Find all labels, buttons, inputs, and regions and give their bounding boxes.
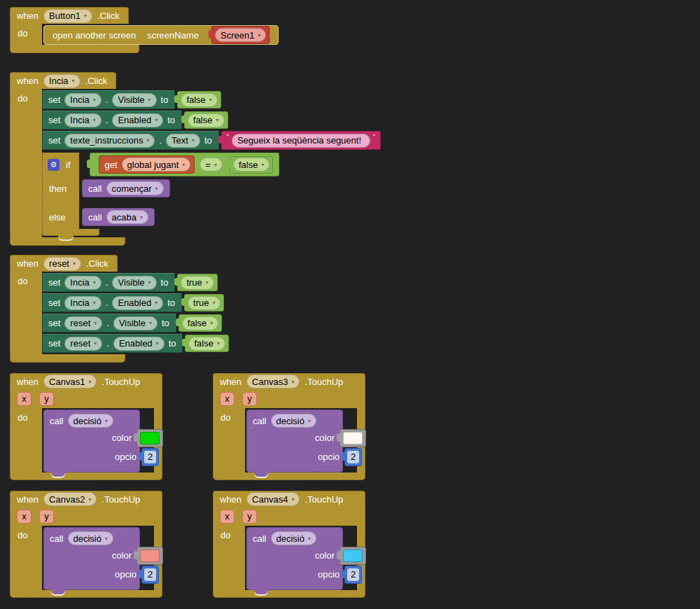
screen-name-block[interactable]: Screen1 (211, 26, 270, 44)
screen-name-dropdown[interactable]: Screen1 (215, 28, 266, 42)
event-block-header[interactable]: when reset .Click (10, 255, 118, 272)
logic-value-block[interactable]: false (185, 335, 228, 352)
equals-comparison-block[interactable]: get global jugant = false (90, 153, 280, 176)
color-block[interactable] (136, 547, 163, 565)
component-dropdown[interactable]: reset (64, 337, 102, 351)
set-row[interactable]: set reset . Enabled to false (42, 334, 229, 353)
color-swatch[interactable] (140, 432, 160, 444)
component-dropdown[interactable]: Incia (64, 93, 101, 107)
property-dropdown[interactable]: Enabled (112, 296, 163, 310)
when-incia-click-block[interactable]: when Incia .Click do set Incia . Visible… (10, 72, 381, 246)
event-block-header[interactable]: when Button1 .Click (10, 7, 129, 24)
when-canvas2-touchup-block[interactable]: when Canvas2 .TouchUp x y do call decisi… (10, 491, 162, 598)
property-dropdown[interactable]: Visible (112, 276, 156, 290)
procedure-dropdown[interactable]: decisió (271, 414, 316, 428)
param-y-chip[interactable]: y (39, 392, 54, 406)
set-row[interactable]: set reset . Visible to false (42, 314, 229, 332)
when-button1-click-block[interactable]: when Button1 .Click do open another scre… (10, 7, 279, 53)
color-block[interactable] (136, 429, 163, 447)
logic-value-dropdown[interactable]: false (188, 337, 225, 351)
procedure-dropdown[interactable]: començar (106, 181, 164, 195)
param-y-chip[interactable]: y (242, 510, 257, 524)
component-dropdown[interactable]: Incia (64, 276, 101, 290)
call-decisio-block[interactable]: call decisió color opcio 2 (246, 527, 343, 590)
get-variable-block[interactable]: get global jugant (99, 155, 195, 174)
if-then-else-block[interactable]: if get global jugant = false then (42, 153, 279, 236)
call-decisio-block[interactable]: call decisió color opcio 2 (43, 410, 140, 472)
param-x-chip[interactable]: x (220, 392, 234, 406)
color-swatch[interactable] (140, 550, 160, 562)
property-dropdown[interactable]: Visible (113, 316, 158, 330)
event-block-header[interactable]: when Canvas4 .TouchUp (213, 491, 365, 507)
set-row[interactable]: set Incia . Visible to true (42, 273, 229, 292)
number-field[interactable]: 2 (347, 568, 359, 581)
call-comencar-block[interactable]: call començar (82, 179, 170, 197)
text-string-block[interactable]: " Segueix la seqüència seguent! " (221, 131, 381, 150)
color-swatch[interactable] (343, 550, 363, 562)
number-block[interactable]: 2 (141, 566, 159, 584)
variable-dropdown[interactable]: global jugant (122, 158, 191, 172)
set-reset-enabled-block[interactable]: set reset . Enabled to (42, 334, 183, 353)
component-dropdown[interactable]: reset (64, 316, 102, 330)
param-x-chip[interactable]: x (220, 510, 234, 524)
procedure-dropdown[interactable]: decisió (271, 531, 316, 545)
set-incia-enabled-block[interactable]: set Incia . Enabled to (42, 111, 182, 130)
when-canvas3-touchup-block[interactable]: when Canvas3 .TouchUp x y do call decisi… (213, 373, 365, 480)
logic-value-block[interactable]: false (184, 111, 227, 129)
logic-value-dropdown[interactable]: false (188, 113, 224, 127)
event-block-header[interactable]: when Canvas3 .TouchUp (213, 373, 365, 389)
param-y-chip[interactable]: y (242, 392, 257, 406)
procedure-dropdown[interactable]: decisió (68, 531, 113, 545)
open-another-screen-block[interactable]: open another screen screenName Screen1 (43, 25, 279, 45)
property-dropdown[interactable]: Visible (112, 93, 156, 107)
event-block-header[interactable]: when Canvas1 .TouchUp (10, 373, 162, 389)
when-reset-click-block[interactable]: when reset .Click do set Incia . Visible… (10, 255, 229, 363)
component-dropdown-reset[interactable]: reset (43, 257, 81, 271)
set-incia-visible-block[interactable]: set Incia . Visible to (42, 90, 175, 109)
component-dropdown-canvas4[interactable]: Canvas4 (246, 492, 300, 506)
call-decisio-block[interactable]: call decisió color opcio 2 (246, 410, 343, 472)
procedure-dropdown[interactable]: decisió (68, 414, 113, 428)
logic-value-dropdown[interactable]: false (233, 158, 270, 172)
component-dropdown-canvas3[interactable]: Canvas3 (246, 374, 300, 388)
set-row[interactable]: set Incia . Visible to false (42, 90, 381, 109)
logic-value-dropdown[interactable]: false (181, 93, 217, 107)
number-field[interactable]: 2 (144, 568, 156, 581)
operator-dropdown[interactable]: = (200, 158, 223, 172)
property-dropdown[interactable]: Text (166, 134, 200, 148)
param-x-chip[interactable]: x (17, 510, 31, 524)
set-incia-visible-block[interactable]: set Incia . Visible to (42, 273, 175, 292)
number-block[interactable]: 2 (344, 448, 362, 466)
logic-value-block[interactable]: true (177, 274, 217, 291)
event-block-header[interactable]: when Incia .Click (10, 72, 116, 89)
component-dropdown[interactable]: Incia (64, 113, 101, 127)
number-field[interactable]: 2 (144, 451, 156, 463)
color-block[interactable] (340, 429, 366, 447)
property-dropdown[interactable]: Enabled (112, 113, 163, 127)
number-block[interactable]: 2 (141, 448, 159, 466)
procedure-dropdown[interactable]: acaba (106, 210, 148, 224)
set-text-block[interactable]: set texte_instruccions . Text to (42, 131, 219, 150)
logic-value-dropdown[interactable]: true (181, 276, 214, 290)
mutator-gear-icon[interactable] (48, 159, 59, 171)
component-dropdown-incia[interactable]: Incia (43, 74, 80, 88)
set-incia-enabled-block[interactable]: set Incia . Enabled to (42, 293, 182, 312)
param-x-chip[interactable]: x (17, 392, 31, 406)
set-row[interactable]: set texte_instruccions . Text to " Segue… (42, 131, 381, 150)
when-canvas4-touchup-block[interactable]: when Canvas4 .TouchUp x y do call decisi… (213, 491, 365, 598)
component-dropdown-canvas1[interactable]: Canvas1 (43, 374, 97, 388)
component-dropdown-button1[interactable]: Button1 (43, 9, 92, 23)
param-y-chip[interactable]: y (39, 510, 54, 524)
logic-value-block[interactable]: false (178, 314, 222, 332)
component-dropdown-canvas2[interactable]: Canvas2 (43, 492, 97, 506)
color-swatch[interactable] (343, 432, 363, 444)
logic-value-block[interactable]: true (184, 294, 224, 312)
logic-value-dropdown[interactable]: false (182, 316, 218, 330)
set-row[interactable]: set Incia . Enabled to false (42, 111, 381, 130)
logic-value-block[interactable]: false (230, 156, 273, 174)
color-block[interactable] (340, 547, 366, 565)
call-decisio-block[interactable]: call decisió color opcio 2 (43, 527, 140, 590)
set-reset-visible-block[interactable]: set reset . Visible to (42, 314, 176, 332)
component-dropdown[interactable]: texte_instruccions (64, 134, 155, 148)
event-block-header[interactable]: when Canvas2 .TouchUp (10, 491, 162, 507)
